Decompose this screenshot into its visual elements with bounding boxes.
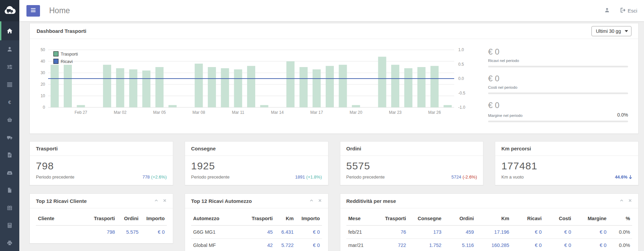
stat-card-label: Km a vuoto — [501, 174, 524, 180]
table-cell: 5.575 — [117, 226, 140, 239]
table-cell: 5.116 — [443, 239, 476, 251]
sidebar: € — [0, 0, 19, 251]
svg-text:0.5: 0.5 — [458, 62, 464, 67]
table-cell: 76 — [373, 226, 408, 239]
redditivita-table: MeseTrasportiConsegneOrdiniKmRicaviCosti… — [346, 211, 632, 251]
sidebar-item-basket[interactable] — [0, 111, 19, 128]
sidebar-item-file-text[interactable] — [0, 146, 19, 164]
trasporti-ricavi-chart: 010203040501.00.50.0-0.5-1.0TrasportiRic… — [34, 44, 475, 117]
summary-label: Margine nel periodo — [488, 113, 523, 118]
sidebar-item-euro[interactable]: € — [0, 93, 19, 111]
column-header: Ordini — [117, 211, 140, 226]
table-row: 7985.575€ 0 — [36, 226, 167, 239]
table-cell: 459 — [443, 226, 476, 239]
table-cell: 42 — [243, 239, 275, 251]
svg-text:Mar 08: Mar 08 — [193, 110, 205, 115]
period-select[interactable]: Ultimi 30 gg — [591, 26, 631, 36]
panel-close-button[interactable] — [318, 198, 322, 204]
logout-button[interactable]: Esci — [620, 7, 637, 14]
close-icon — [163, 198, 167, 204]
svg-text:€: € — [8, 99, 11, 105]
topbar: Home Esci — [19, 0, 644, 21]
stat-change: 778 — [142, 174, 150, 180]
logout-label: Esci — [628, 8, 637, 14]
sidebar-item-file[interactable] — [0, 181, 19, 199]
sidebar-item-calculator[interactable] — [0, 216, 19, 234]
stat-card-title: Km percorsi — [495, 142, 638, 156]
stat-change: (+1.8%) — [306, 174, 322, 180]
svg-text:Mar 20: Mar 20 — [350, 110, 363, 115]
svg-text:0: 0 — [43, 105, 45, 110]
file-icon — [7, 187, 13, 193]
column-header: Ordini — [443, 211, 476, 226]
column-header: Automezzo — [191, 211, 243, 226]
sidebar-nav: € — [0, 21, 19, 251]
cliente-table: ClienteTrasportiOrdiniImporto7985.575€ 0 — [36, 211, 167, 238]
panel-redditivita: Redditività per meseMeseTrasportiConsegn… — [340, 193, 639, 251]
table-row: G6G MG1456.431€ 0 — [191, 226, 322, 239]
hamburger-button[interactable] — [26, 5, 40, 17]
close-icon — [628, 198, 632, 204]
table-cell: 0.0% — [608, 226, 632, 239]
column-header: Cliente — [36, 211, 88, 226]
stat-card-value: 1925 — [191, 160, 322, 172]
table-cell: € 0 — [511, 239, 544, 251]
transport-chart: 010203040501.00.50.0-0.5-1.0TrasportiRic… — [34, 44, 485, 129]
svg-text:40: 40 — [41, 59, 45, 64]
column-header: Trasporti — [243, 211, 275, 226]
panel-chevron-up-button[interactable] — [154, 198, 158, 204]
summary-percent: 0.0% — [617, 112, 628, 118]
table-cell: € 0 — [511, 226, 544, 239]
sidebar-item-truck[interactable] — [0, 128, 19, 146]
truck-icon — [7, 134, 13, 140]
stat-card-consegne: Consegne1925Periodo precedente1891(+1.8%… — [185, 141, 328, 185]
panel-cliente: Top 12 Ricavi ClienteClienteTrasportiOrd… — [29, 193, 173, 244]
summary-ricavi: € 0Ricavi nel periodo — [488, 47, 628, 67]
table-cell: 17.196 — [476, 226, 511, 239]
column-header: Margine — [573, 211, 608, 226]
panel-chevron-up-button[interactable] — [620, 198, 624, 204]
dashboard-panel: Dashboard Trasporti Ultimi 30 gg 0102030… — [29, 23, 639, 134]
user-menu-button[interactable] — [604, 7, 610, 14]
file-text-icon — [7, 152, 13, 158]
table-header-row: MeseTrasportiConsegneOrdiniKmRicaviCosti… — [346, 211, 632, 226]
period-summary: € 0Ricavi nel periodo€ 0Costi nel period… — [485, 44, 636, 129]
table-cell: 5.722 — [275, 239, 296, 251]
inbox-icon — [7, 170, 13, 175]
summary-label: Costi nel periodo — [488, 85, 517, 89]
table-cell: € 0 — [296, 239, 322, 251]
hamburger-icon — [31, 8, 36, 14]
chart-bars — [51, 57, 451, 107]
svg-text:-1.0: -1.0 — [458, 105, 465, 110]
panel-title: Top 12 Ricavi Cliente — [36, 198, 87, 204]
sidebar-item-list[interactable] — [0, 76, 19, 93]
calendar-icon — [7, 205, 13, 211]
svg-text:Mar 05: Mar 05 — [153, 110, 166, 115]
sidebar-item-calendar[interactable] — [0, 199, 19, 216]
summary-label: Ricavi nel periodo — [488, 59, 519, 63]
stat-card-title: Consegne — [185, 142, 328, 156]
automezzo-table: AutomezzoTrasportiKmImportoG6G MG1456.43… — [191, 211, 322, 251]
table-cell: G6G MG1 — [191, 226, 243, 239]
summary-progress-bar — [488, 121, 628, 122]
table-cell: mar/21 — [346, 239, 373, 251]
panel-chevron-up-button[interactable] — [309, 198, 314, 204]
panel-automezzo: Top 12 Ricavi AutomezzoAutomezzoTrasport… — [185, 193, 328, 251]
sidebar-item-user[interactable] — [0, 40, 19, 58]
table-row: mar/217221.7525.116160.285€ 0€ 0€ 00.0% — [346, 239, 632, 251]
svg-text:Mar 14: Mar 14 — [271, 110, 284, 115]
table-cell: 722 — [373, 239, 408, 251]
app-logo[interactable] — [0, 0, 19, 21]
sidebar-item-printer[interactable] — [0, 234, 19, 251]
logout-icon — [620, 7, 625, 14]
summary-costi: € 0Costi nel periodo — [488, 74, 628, 94]
sidebar-item-inbox[interactable] — [0, 164, 19, 181]
column-header: Km — [476, 211, 511, 226]
table-row: feb/217617345917.196€ 0€ 0€ 00.0% — [346, 226, 632, 239]
sidebar-item-home[interactable] — [0, 21, 19, 40]
panel-close-button[interactable] — [628, 198, 632, 204]
table-row: Global MF425.722€ 0 — [191, 239, 322, 251]
main-content: Dashboard Trasporti Ultimi 30 gg 0102030… — [19, 21, 644, 251]
sidebar-item-sliders[interactable] — [0, 58, 19, 76]
panel-close-button[interactable] — [163, 198, 167, 204]
